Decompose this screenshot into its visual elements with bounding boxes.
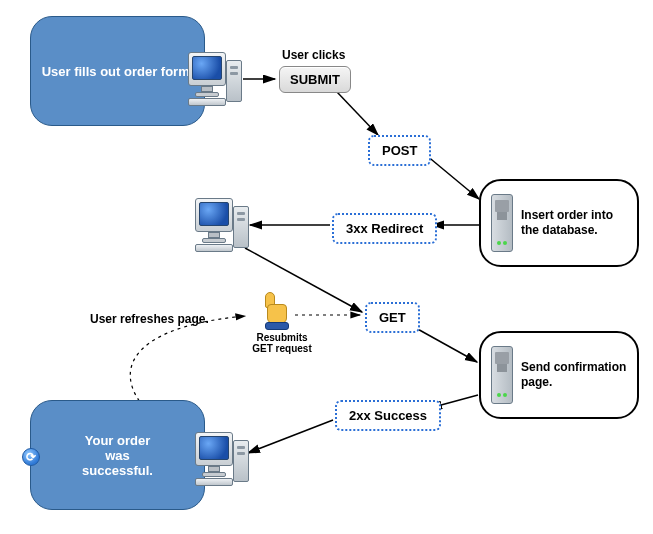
- order-success-text: Your order was successful.: [82, 433, 153, 478]
- http-post-box: POST: [368, 135, 431, 166]
- thumbs-up-icon: [261, 292, 291, 328]
- order-form-text: User fills out order form.: [42, 64, 194, 79]
- submit-button[interactable]: SUBMIT: [279, 66, 351, 93]
- svg-line-1: [337, 92, 378, 135]
- server-icon: [491, 194, 513, 252]
- server-insert-box: Insert order into the database.: [479, 179, 639, 267]
- server-icon: [491, 346, 513, 404]
- resubmits-label: Resubmits GET request: [252, 332, 312, 354]
- svg-line-9: [248, 420, 333, 453]
- client-computer-icon: [188, 52, 242, 108]
- client-computer-icon: [195, 432, 249, 488]
- client-computer-icon: [195, 198, 249, 254]
- server-confirm-label: Send confirmation page.: [521, 360, 627, 390]
- server-confirm-box: Send confirmation page.: [479, 331, 639, 419]
- http-redirect-box: 3xx Redirect: [332, 213, 437, 244]
- user-clicks-label: User clicks: [282, 48, 345, 62]
- http-get-box: GET: [365, 302, 420, 333]
- http-success-box: 2xx Success: [335, 400, 441, 431]
- server-insert-label: Insert order into the database.: [521, 208, 627, 238]
- order-success-box: Your order was successful.: [30, 400, 205, 510]
- user-refreshes-label: User refreshes page.: [90, 312, 209, 326]
- order-form-box: User fills out order form.: [30, 16, 205, 126]
- refresh-icon: ⟳: [22, 448, 40, 466]
